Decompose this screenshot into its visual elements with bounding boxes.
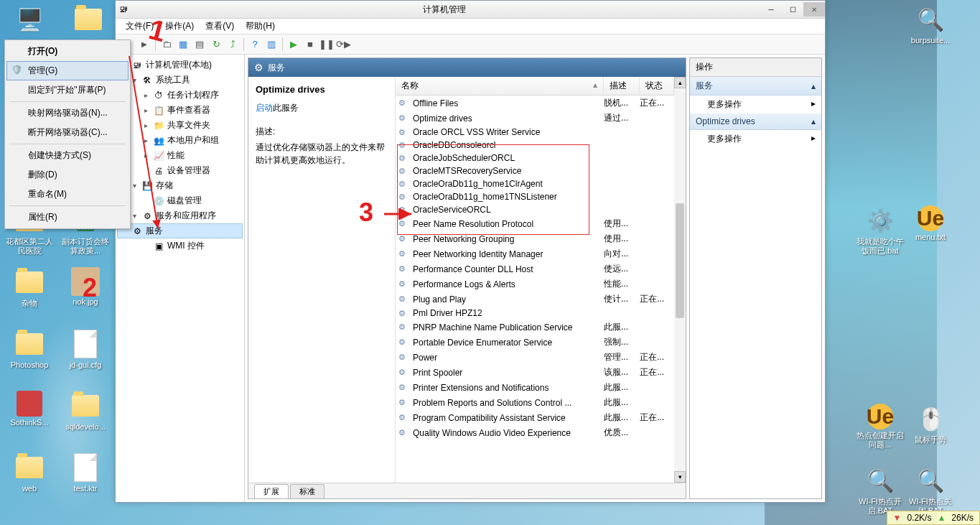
cm-delete[interactable]: 删除(D)	[6, 165, 129, 185]
service-row[interactable]: ⚙Portable Device Enumerator Service强制...	[396, 335, 674, 350]
panes-icon[interactable]: ▥	[263, 37, 279, 52]
cm-disconnect-drive[interactable]: 断开网络驱动器(C)...	[6, 123, 129, 142]
close-button[interactable]: ✕	[803, 2, 825, 17]
desktop-icon-r1[interactable]: 🔍burpsuite...	[905, 4, 956, 45]
scroll-up-icon[interactable]: ▴	[674, 77, 686, 88]
tree-wmi[interactable]: ▣WMI 控件	[117, 238, 243, 254]
context-menu: 打开(O) 🛡️管理(G) 固定到"开始"屏幕(P) 映射网络驱动器(N)...…	[4, 40, 131, 229]
service-state: 正在...	[640, 351, 671, 363]
service-state: 正在...	[640, 366, 671, 378]
col-desc[interactable]: 描述	[604, 77, 640, 95]
download-icon: ▼	[893, 513, 902, 523]
gear-icon: ⚙	[398, 368, 410, 377]
scrollbar[interactable]: ▴ ▾	[674, 77, 686, 483]
desktop-icon-folder-top[interactable]	[63, 4, 113, 36]
service-name: Offline Files	[413, 98, 601, 108]
service-row[interactable]: ⚙Offline Files脱机...正在...	[396, 96, 674, 111]
sort-asc-icon: ▴	[593, 80, 597, 90]
col-state[interactable]: 状态	[640, 77, 674, 95]
service-name: Program Compatibility Assistant Service	[413, 413, 601, 423]
minimize-button[interactable]: ─	[760, 2, 782, 17]
service-name: Print Spooler	[413, 368, 601, 378]
desktop-icon-r6[interactable]: 🔍WI-FI热点开启.BAT	[855, 465, 905, 516]
desktop-icon-computer[interactable]: 🖥️	[4, 4, 55, 36]
gear-icon: ⚙	[398, 113, 410, 123]
actions-panel: 操作 服务▴ 更多操作▸ Optimize drives▴ 更多操作▸	[689, 57, 822, 499]
export-icon[interactable]: ⤴	[225, 37, 241, 52]
actions-more-2[interactable]: 更多操作▸	[690, 130, 821, 148]
chevron-up-icon: ▴	[811, 116, 816, 126]
service-row[interactable]: ⚙PNRP Machine Name Publication Service此服…	[396, 320, 674, 335]
help-icon[interactable]: ?	[247, 37, 263, 52]
desktop-icon-r3[interactable]: Uemenu.txt	[905, 205, 956, 242]
cm-pin[interactable]: 固定到"开始"屏幕(P)	[6, 80, 129, 100]
desktop-icon-9[interactable]: web	[4, 452, 55, 493]
restart-icon[interactable]: ⟳▶	[335, 37, 351, 52]
desktop-icon-r5[interactable]: 🖱️鼠标手势	[905, 404, 956, 445]
cm-shortcut[interactable]: 创建快捷方式(S)	[6, 146, 129, 165]
props-icon[interactable]: ▤	[192, 37, 207, 52]
service-row[interactable]: ⚙Quality Windows Audio Video Experience优…	[396, 425, 674, 440]
play-icon[interactable]: ▶	[286, 37, 302, 52]
service-row[interactable]: ⚙Peer Networking Identity Manager向对...	[396, 246, 674, 261]
service-desc: 该服...	[604, 366, 637, 378]
cm-properties[interactable]: 属性(R)	[6, 208, 129, 227]
tab-extended[interactable]: 扩展	[254, 484, 289, 498]
service-row[interactable]: ⚙Program Compatibility Assistant Service…	[396, 410, 674, 425]
service-row[interactable]: ⚙Performance Logs & Alerts性能...	[396, 277, 674, 292]
list-header: 名称 ▴ 描述 状态	[396, 77, 674, 96]
annotation-arrow-2	[122, 49, 165, 238]
scroll-down-icon[interactable]: ▾	[674, 471, 686, 483]
tab-standard[interactable]: 标准	[290, 484, 325, 498]
service-row[interactable]: ⚙Printer Extensions and Notifications此服.…	[396, 380, 674, 395]
col-name[interactable]: 名称 ▴	[396, 77, 604, 95]
menu-view[interactable]: 查看(V)	[201, 19, 238, 34]
start-service-link[interactable]: 启动	[256, 103, 273, 113]
annotation-2: 2	[83, 273, 97, 303]
service-row[interactable]: ⚙Problem Reports and Solutions Control .…	[396, 395, 674, 410]
center-header: ⚙ 服务	[248, 58, 686, 77]
service-row[interactable]: ⚙Power管理...正在...	[396, 350, 674, 365]
desktop-icon-7[interactable]: SothinkS...	[4, 391, 55, 427]
actions-section-optimize[interactable]: Optimize drives▴	[690, 113, 821, 130]
cm-rename[interactable]: 重命名(M)	[6, 185, 129, 204]
service-row[interactable]: ⚙Print Spooler该服...正在...	[396, 365, 674, 380]
menu-help[interactable]: 帮助(H)	[241, 19, 279, 34]
chevron-right-icon: ▸	[811, 133, 816, 145]
desktop-icon-r4[interactable]: Ue热点创建开启问题...	[855, 404, 905, 450]
service-name: Oracle ORCL VSS Writer Service	[413, 127, 601, 137]
desktop-icon-3[interactable]: 杂物	[4, 267, 55, 308]
maximize-button[interactable]: ☐	[782, 2, 803, 17]
cm-open[interactable]: 打开(O)	[6, 42, 129, 61]
desktop-icon-6[interactable]: jd-gui.cfg	[60, 329, 111, 370]
pause-icon[interactable]: ❚❚	[319, 37, 335, 52]
service-desc: 强制...	[604, 336, 637, 348]
actions-more-1[interactable]: 更多操作▸	[690, 96, 821, 113]
network-speed-indicator: ▼0.2K/s ▲26K/s	[887, 511, 981, 525]
services-list: 名称 ▴ 描述 状态 ⚙Offline Files脱机...正在...⚙Opti…	[396, 77, 674, 483]
upload-icon: ▲	[937, 513, 946, 523]
service-row[interactable]: ⚙Optimize drives通过...	[396, 111, 674, 126]
view-icon[interactable]: ▦	[175, 37, 191, 52]
gear-icon: ⚙	[398, 128, 410, 137]
desktop-icon-5[interactable]: Photoshop	[4, 329, 55, 370]
service-row[interactable]: ⚙Plug and Play使计...正在...	[396, 292, 674, 307]
service-row[interactable]: ⚙Oracle ORCL VSS Writer Service	[396, 126, 674, 139]
desc-text: 通过优化存储驱动器上的文件来帮助计算机更高效地运行。	[256, 141, 388, 167]
desktop-icon-r2[interactable]: ⚙️我就是吃个午饭而已.bat	[855, 205, 905, 256]
service-desc: 向对...	[604, 248, 637, 260]
stop-icon[interactable]: ■	[302, 37, 318, 52]
service-state: 正在...	[640, 412, 671, 424]
actions-section-services[interactable]: 服务▴	[690, 77, 821, 96]
desktop-icon-8[interactable]: sqldevelo...	[60, 391, 111, 432]
cm-manage[interactable]: 🛡️管理(G)	[6, 61, 129, 80]
service-row[interactable]: ⚙Performance Counter DLL Host使远...	[396, 261, 674, 277]
desktop-icon-r7[interactable]: 🔍WI-FI热点关闭.BAT	[905, 465, 956, 516]
service-desc: 优质...	[604, 427, 637, 439]
cm-map-drive[interactable]: 映射网络驱动器(N)...	[6, 103, 129, 123]
refresh-icon[interactable]: ↻	[208, 37, 224, 52]
service-row[interactable]: ⚙Pml Driver HPZ12	[396, 307, 674, 320]
titlebar: 🖳 计算机管理 ─ ☐ ✕	[116, 1, 825, 19]
wmi-icon: ▣	[153, 241, 164, 252]
desktop-icon-10[interactable]: test.ktr	[60, 452, 111, 493]
